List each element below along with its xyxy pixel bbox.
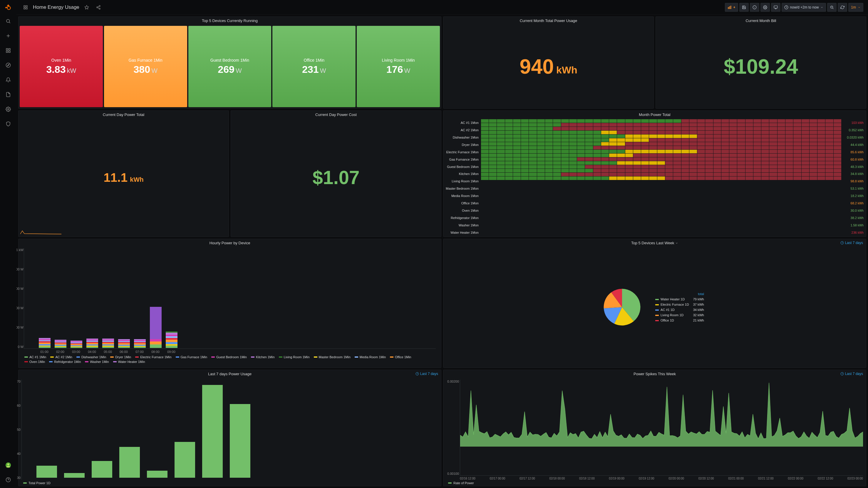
- stat-tile: Guest Bedroom 1Min269W: [188, 26, 272, 107]
- heat-row-label: Refridgerator 1Mon: [446, 216, 479, 220]
- stacked-bar: [86, 338, 98, 348]
- heat-row: [481, 138, 841, 142]
- panel-time-link[interactable]: Last 7 days: [840, 372, 863, 376]
- legend-item[interactable]: Living Room 1Min: [279, 355, 310, 359]
- svg-rect-33: [774, 6, 777, 8]
- panel-time-link[interactable]: Last 7 days: [840, 241, 863, 245]
- bar: [175, 442, 195, 478]
- pie-legend-row[interactable]: Electric Furnace 1D37 kWh: [653, 302, 706, 307]
- heat-row: [481, 119, 841, 123]
- legend-item[interactable]: Refridgerator 1Min: [49, 360, 81, 363]
- heat-row-value: 30.0 kWh: [844, 209, 864, 212]
- panel-title[interactable]: Current Month Total Power Usage: [443, 17, 653, 25]
- panel-title[interactable]: Current Day Power Cost: [231, 111, 441, 119]
- panel-hourly-by-device: Hourly Power by Device 1 kW800 W600 W400…: [18, 239, 441, 368]
- panel-time-link[interactable]: Last 7 days: [415, 372, 438, 376]
- legend-item[interactable]: Water Heater 1Min: [113, 360, 145, 363]
- heat-row-value: 44.4 kWh: [844, 143, 864, 147]
- bar: [92, 461, 112, 478]
- heat-row-value: 0.0320 kWh: [844, 136, 864, 139]
- heat-row-value: 85.6 kWh: [844, 150, 864, 154]
- heat-row-label: Gas Furnance 1Mon: [446, 158, 479, 161]
- alerting-icon[interactable]: [3, 74, 13, 85]
- panel-title[interactable]: Hourly Power by Device: [19, 239, 441, 247]
- monitor-button[interactable]: [771, 3, 780, 12]
- pie-legend-row[interactable]: Office 1D21 kWh: [653, 318, 706, 323]
- legend-item[interactable]: Gas Furnace 1Min: [176, 355, 207, 359]
- panel-last7-days: Last 7 days Power Usage Last 7 days 7060…: [18, 370, 441, 486]
- panel-title[interactable]: Month Power Total: [443, 111, 866, 119]
- panel-title[interactable]: Current Month Bill: [656, 17, 866, 25]
- svg-rect-19: [26, 8, 27, 9]
- legend-item[interactable]: Office 1Min: [390, 355, 411, 359]
- legend-item[interactable]: Media Room 1Min: [355, 355, 386, 359]
- legend-item[interactable]: Kitchen 1Min: [251, 355, 275, 359]
- heat-row-value: 38.2 kWh: [844, 216, 864, 220]
- share-icon[interactable]: [94, 3, 103, 12]
- legend-item[interactable]: Dryer 1Min: [110, 355, 131, 359]
- svg-point-23: [99, 8, 100, 9]
- dashboard-grid-icon[interactable]: [21, 3, 30, 12]
- svg-point-9: [6, 63, 10, 68]
- shield-icon[interactable]: [3, 119, 13, 129]
- panel-title[interactable]: Last 7 days Power Usage: [208, 372, 251, 376]
- save-button[interactable]: [739, 3, 749, 12]
- heat-row-value: 0.352 kWh: [844, 128, 864, 132]
- legend-item[interactable]: Guest Bedroom 1Min: [211, 355, 247, 359]
- time-range-picker[interactable]: now/d +2m to now: [782, 3, 826, 12]
- star-icon[interactable]: [82, 3, 91, 12]
- heat-row-value: 236 kWh: [844, 231, 864, 234]
- heat-row: [481, 131, 841, 134]
- legend-item[interactable]: Master Bedroom 1Min: [314, 355, 350, 359]
- panel-day-cost: Current Day Power Cost $1.07: [231, 110, 441, 237]
- help-icon[interactable]: [3, 475, 13, 485]
- legend-item[interactable]: AC #2 1Min: [50, 355, 72, 359]
- heat-row-value: 1.58 kWh: [844, 223, 864, 227]
- heat-row-value: 48.3 kWh: [844, 165, 864, 168]
- month-usage-unit: kWh: [556, 64, 578, 76]
- panel-title[interactable]: Current Day Power Total: [19, 111, 228, 119]
- panel-title[interactable]: Top 5 Devices Currently Running: [19, 17, 441, 25]
- explore-icon[interactable]: [3, 60, 13, 70]
- svg-point-21: [99, 5, 100, 6]
- pie-legend-row[interactable]: Water Heater 1D79 kWh: [653, 297, 706, 301]
- zoom-out-button[interactable]: [827, 3, 837, 12]
- stacked-bar: [150, 307, 162, 348]
- refresh-button[interactable]: [838, 3, 847, 12]
- legend-item[interactable]: Electric Furnace 1Min: [135, 355, 171, 359]
- legend-item[interactable]: AC #1 1Min: [24, 355, 46, 359]
- stat-tile: Living Room 1Min176W: [357, 26, 440, 107]
- panel-title[interactable]: Power Spikes This Week: [633, 372, 676, 376]
- legend-item[interactable]: Oven 1Min: [24, 360, 45, 363]
- refresh-interval-picker[interactable]: 1m: [848, 3, 863, 12]
- heat-row-label: Master Bedroom 1Mon: [446, 187, 479, 190]
- grafana-logo[interactable]: [4, 3, 12, 12]
- dashboard-title[interactable]: Home Energy Usage: [33, 4, 79, 10]
- legend-item[interactable]: Washer 1Min: [85, 360, 109, 363]
- plus-icon[interactable]: [3, 31, 13, 41]
- avatar-icon[interactable]: [3, 460, 13, 470]
- search-icon[interactable]: [3, 16, 13, 26]
- svg-line-2: [9, 22, 10, 23]
- bar: [202, 385, 223, 478]
- gear-icon[interactable]: [3, 104, 13, 115]
- month-usage-value: 940: [520, 55, 554, 78]
- heat-row: [481, 127, 841, 130]
- heat-row: [481, 176, 841, 180]
- heat-row: [481, 134, 841, 138]
- document-icon[interactable]: [3, 89, 13, 100]
- pie-legend-row[interactable]: AC #1 1D34 kWh: [653, 307, 706, 312]
- legend-item[interactable]: Dishwasher 1Min: [76, 355, 106, 359]
- svg-marker-10: [7, 64, 9, 66]
- heat-row: [481, 146, 841, 150]
- heat-row: [481, 154, 841, 157]
- add-panel-button[interactable]: +: [725, 3, 738, 12]
- settings-button[interactable]: [761, 3, 770, 12]
- panel-title[interactable]: Top 5 Devices Last Week: [631, 241, 678, 245]
- pie-legend-row[interactable]: Living Room 1D32 kWh: [653, 313, 706, 317]
- panel-top5-week-pie: Top 5 Devices Last Week Last 7 days tota…: [443, 239, 866, 368]
- heat-row-value: 53.1 kWh: [844, 187, 864, 190]
- dashboards-icon[interactable]: [3, 45, 13, 56]
- svg-rect-17: [26, 6, 27, 7]
- info-button[interactable]: [750, 3, 759, 12]
